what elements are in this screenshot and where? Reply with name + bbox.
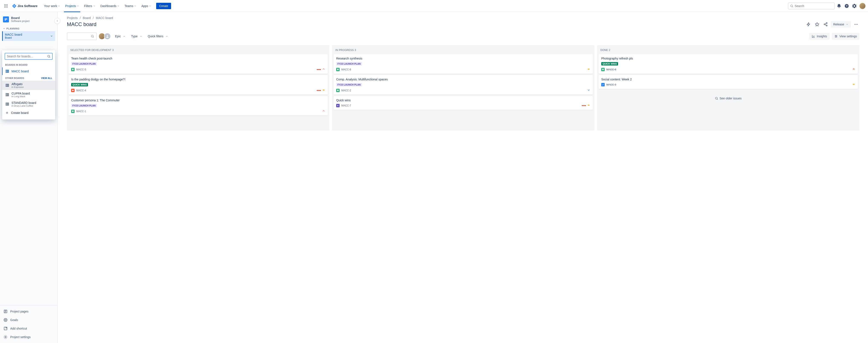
issue-key: MACC-1 <box>76 110 86 113</box>
board-search-input[interactable] <box>7 55 46 58</box>
board-search[interactable] <box>5 53 53 60</box>
see-older-issues[interactable]: See older issues <box>599 90 858 107</box>
issue-card[interactable]: Photography refresh pls QUICK WINS MACC-… <box>599 54 858 74</box>
story-icon <box>71 110 74 113</box>
view-all-link[interactable]: VIEW ALL <box>41 77 52 79</box>
quick-filters[interactable]: Quick filters <box>147 33 169 40</box>
svg-point-4 <box>5 5 6 6</box>
chevron-down-icon <box>117 5 119 7</box>
link-icon <box>3 309 8 314</box>
nav-item-dashboards[interactable]: Dashboards <box>98 3 122 9</box>
search-icon <box>91 34 94 38</box>
view-settings-button[interactable]: View settings <box>832 33 860 40</box>
issue-key: MACC-3 <box>607 83 616 86</box>
issue-card[interactable]: Team health check post-launch FY23 LAUNC… <box>69 54 328 74</box>
story-icon <box>601 68 604 71</box>
board-search-input[interactable] <box>67 32 97 40</box>
chevron-down-icon <box>165 35 168 37</box>
dd-section-boards-in: BOARDS IN BOARD <box>5 63 28 66</box>
profile-avatar[interactable] <box>860 3 865 9</box>
help-icon[interactable]: ? <box>843 3 850 9</box>
crumb-projects[interactable]: Projects <box>67 16 78 20</box>
crumb-board[interactable]: Board <box>83 16 91 20</box>
epic-tag[interactable]: FY23 LAUNCH PLAN <box>71 62 97 65</box>
epic-filter[interactable]: Epic <box>114 33 127 40</box>
svg-rect-23 <box>8 93 9 96</box>
card-title: Photography refresh pls <box>601 57 855 60</box>
svg-point-1 <box>5 4 6 5</box>
sidebar-link-project-settings[interactable]: Project settings <box>0 333 57 341</box>
logo-text: Jira Software <box>18 4 37 8</box>
epic-tag[interactable]: FY23 LAUNCH PLAN <box>336 83 362 86</box>
crumb-current[interactable]: MACC board <box>96 16 113 20</box>
star-icon[interactable] <box>814 21 820 28</box>
issue-card[interactable]: Social content: Week 2 MACC-3 <box>599 75 858 89</box>
board-column: SELECTED FOR DEVELOPMENT 3 Team health c… <box>67 45 330 131</box>
assignee-filter[interactable] <box>100 33 111 40</box>
current-board-name: MACC board <box>5 33 22 36</box>
sidebar-link-goals[interactable]: Goals <box>0 316 57 324</box>
nav-item-projects[interactable]: Projects <box>63 3 81 9</box>
unassigned-avatar[interactable] <box>104 33 111 40</box>
issue-card[interactable]: Customer persona 1: The Commuter FY23 LA… <box>69 96 328 116</box>
sprint-dots: ●●●● <box>317 89 321 91</box>
create-board-button[interactable]: Create board <box>2 109 55 117</box>
epic-tag[interactable]: QUICK WINS <box>601 62 618 65</box>
dd-board-item[interactable]: STANDARD boardin Drury Lane Coffee <box>2 99 55 109</box>
dd-board-item[interactable]: CUPPA boardin Long black <box>2 90 55 99</box>
sidebar-link-add-shortcut[interactable]: Add shortcut <box>0 324 57 333</box>
jira-logo[interactable]: Jira Software <box>10 4 39 8</box>
release-button[interactable]: Release <box>831 21 851 28</box>
search-icon <box>715 97 718 100</box>
insights-button[interactable]: Insights <box>809 33 830 40</box>
global-search-input[interactable] <box>795 4 833 8</box>
svg-point-32 <box>826 23 827 24</box>
story-icon <box>336 89 340 92</box>
issue-card[interactable]: Is the padding dodgy on the homepage?! Q… <box>69 75 328 95</box>
epic-icon <box>336 104 340 107</box>
chevron-down-icon <box>58 5 60 7</box>
global-search[interactable] <box>788 3 835 9</box>
issue-card[interactable]: Research synthesis FY23 LAUNCH PLAN MACC… <box>334 54 593 74</box>
dd-board-item[interactable]: MACC board <box>2 67 55 75</box>
bug-icon <box>71 89 74 92</box>
app-switcher-icon[interactable] <box>3 3 9 9</box>
chevron-down-icon <box>140 35 142 37</box>
epic-tag[interactable]: QUICK WINS <box>71 83 88 86</box>
planning-section-label[interactable]: PLANNING <box>0 26 57 31</box>
collapse-sidebar-button[interactable] <box>54 18 60 24</box>
sidebar-link-project-pages[interactable]: Project pages <box>0 307 57 316</box>
settings-icon[interactable] <box>851 3 858 9</box>
board-icon <box>5 102 9 106</box>
notifications-icon[interactable] <box>836 3 842 9</box>
nav-item-teams[interactable]: Teams <box>122 3 138 9</box>
search-icon <box>790 4 794 8</box>
board-icon <box>5 92 9 97</box>
issue-key: MACC-7 <box>341 104 351 107</box>
svg-rect-24 <box>6 103 7 105</box>
dd-board-item[interactable]: Affogatoin Espresso <box>2 81 55 90</box>
board-selector[interactable]: MACC board Board <box>2 31 55 41</box>
link-icon <box>3 326 8 331</box>
more-icon[interactable] <box>852 21 860 28</box>
link-icon <box>3 318 8 322</box>
epic-tag[interactable]: FY23 LAUNCH PLAN <box>336 62 362 65</box>
nav-item-apps[interactable]: Apps <box>139 3 153 9</box>
nav-item-filters[interactable]: Filters <box>82 3 97 9</box>
epic-tag[interactable]: FY23 LAUNCH PLAN <box>71 104 97 107</box>
issue-card[interactable]: Comp. Analysis: Multifunctional spaces F… <box>334 75 593 95</box>
column-header: SELECTED FOR DEVELOPMENT 3 <box>69 47 328 54</box>
type-filter[interactable]: Type <box>130 33 144 40</box>
board-column: IN PROGRESS 3 Research synthesis FY23 LA… <box>332 45 594 131</box>
automation-icon[interactable] <box>805 21 812 28</box>
svg-point-40 <box>72 90 74 91</box>
svg-point-36 <box>856 24 856 25</box>
create-button[interactable]: Create <box>156 3 171 9</box>
share-icon[interactable] <box>822 21 829 28</box>
nav-item-your-work[interactable]: Your work <box>42 3 62 9</box>
issue-card[interactable]: Quick wins MACC-7 ●●●● <box>334 96 593 110</box>
project-name: Board <box>11 16 30 20</box>
current-board-sub: Board <box>5 36 22 39</box>
card-title: Team health check post-launch <box>71 57 325 60</box>
svg-rect-15 <box>6 70 7 73</box>
